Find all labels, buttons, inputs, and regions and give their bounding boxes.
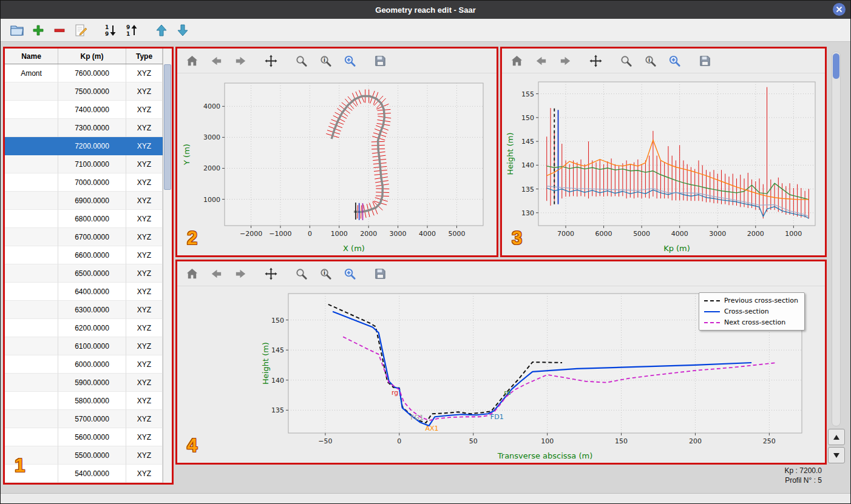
cell-name: [5, 410, 58, 428]
cell-kp: 7600.0000: [58, 64, 126, 82]
vertical-scrollbar[interactable]: [832, 52, 841, 426]
svg-text:2000: 2000: [360, 230, 377, 238]
cross-section-plot[interactable]: Previous cross-section Cross-section Nex…: [177, 286, 825, 466]
cell-kp: 7400.0000: [58, 101, 126, 119]
table-row[interactable]: 7100.0000XYZ: [5, 155, 172, 173]
svg-text:150: 150: [615, 437, 628, 445]
svg-text:9: 9: [105, 31, 109, 37]
cell-kp: 6600.0000: [58, 246, 126, 264]
svg-text:5000: 5000: [633, 230, 650, 238]
profile-up-button[interactable]: [828, 429, 845, 445]
table-header: Name Kp (m) Type: [5, 49, 172, 64]
table-row[interactable]: 5400.0000XYZ: [5, 465, 172, 483]
app-toolbar: 1991: [1, 19, 850, 42]
svg-text:2000: 2000: [203, 164, 220, 172]
longitudinal-profile-plot[interactable]: 7000600050004000300020001000130135140145…: [502, 73, 825, 258]
table-row[interactable]: 6900.0000XYZ: [5, 192, 172, 210]
pan-icon[interactable]: [262, 52, 279, 69]
table-row[interactable]: 7400.0000XYZ: [5, 101, 172, 119]
table-row[interactable]: 6400.0000XYZ: [5, 283, 172, 301]
zoom-box-icon[interactable]: [341, 265, 358, 282]
zoom-box-icon[interactable]: [666, 52, 683, 69]
table-row[interactable]: 5900.0000XYZ: [5, 374, 172, 392]
table-row[interactable]: 7200.0000XYZ: [5, 137, 172, 155]
table-row[interactable]: Amont7600.0000XYZ: [5, 64, 172, 82]
table-scrollbar[interactable]: [163, 49, 172, 483]
longitudinal-plot-toolbar: i: [502, 49, 825, 73]
zoom-icon[interactable]: [617, 52, 634, 69]
cell-name: [5, 210, 58, 228]
save-icon[interactable]: [371, 265, 388, 282]
table-row[interactable]: 6300.0000XYZ: [5, 301, 172, 319]
table-row[interactable]: 7300.0000XYZ: [5, 119, 172, 137]
edit-icon[interactable]: [73, 22, 89, 38]
home-icon[interactable]: [183, 265, 200, 282]
profiles-table-panel: Name Kp (m) Type Amont7600.0000XYZ7500.0…: [3, 47, 174, 485]
profile-down-button[interactable]: [828, 447, 845, 463]
table-row[interactable]: 5500.0000XYZ: [5, 446, 172, 465]
table-row[interactable]: 5700.0000XYZ: [5, 410, 172, 428]
back-icon[interactable]: [532, 52, 549, 69]
table-row[interactable]: 6100.0000XYZ: [5, 337, 172, 355]
column-header-name[interactable]: Name: [5, 49, 58, 64]
pan-icon[interactable]: [262, 265, 279, 282]
home-icon[interactable]: [508, 52, 525, 69]
svg-text:X (m): X (m): [343, 244, 365, 253]
legend-line-sample: [704, 322, 720, 323]
svg-text:rg: rg: [392, 389, 398, 397]
svg-text:2000: 2000: [747, 230, 764, 238]
longitudinal-chart-canvas: 7000600050004000300020001000130135140145…: [502, 73, 825, 256]
home-icon[interactable]: [183, 52, 200, 69]
back-icon[interactable]: [208, 265, 225, 282]
table-row[interactable]: 7000.0000XYZ: [5, 173, 172, 192]
svg-text:3000: 3000: [390, 230, 407, 238]
table-row[interactable]: 6700.0000XYZ: [5, 228, 172, 246]
table-row[interactable]: 5800.0000XYZ: [5, 392, 172, 410]
svg-text:200: 200: [689, 437, 702, 445]
zoom-info-icon[interactable]: i: [642, 52, 659, 69]
forward-icon[interactable]: [557, 52, 574, 69]
table-row[interactable]: 6200.0000XYZ: [5, 319, 172, 337]
zoom-info-icon[interactable]: i: [317, 265, 334, 282]
remove-icon[interactable]: [52, 22, 67, 38]
table-row[interactable]: 6600.0000XYZ: [5, 246, 172, 264]
save-icon[interactable]: [371, 52, 388, 69]
cell-kp: 6200.0000: [58, 319, 126, 337]
move-down-icon[interactable]: [175, 22, 191, 38]
cell-name: [5, 119, 58, 137]
table-row[interactable]: 7500.0000XYZ: [5, 82, 172, 101]
table-row[interactable]: 6800.0000XYZ: [5, 210, 172, 228]
sort-ascending-icon[interactable]: 19: [103, 22, 118, 38]
cell-kp: 6100.0000: [58, 337, 126, 355]
move-up-icon[interactable]: [154, 22, 169, 38]
cell-kp: 6300.0000: [58, 301, 126, 319]
sort-descending-icon[interactable]: 91: [124, 22, 140, 38]
table-row[interactable]: 6500.0000XYZ: [5, 264, 172, 283]
column-header-kp[interactable]: Kp (m): [58, 49, 126, 64]
forward-icon[interactable]: [232, 265, 249, 282]
forward-icon[interactable]: [232, 52, 249, 69]
open-icon[interactable]: [9, 22, 25, 38]
pan-icon[interactable]: [587, 52, 604, 69]
save-icon[interactable]: [696, 52, 713, 69]
close-icon: [836, 6, 843, 13]
svg-text:6000: 6000: [595, 230, 612, 238]
zoom-icon[interactable]: [293, 52, 310, 69]
table-row[interactable]: 5600.0000XYZ: [5, 428, 172, 446]
table-row[interactable]: 6000.0000XYZ: [5, 355, 172, 374]
zoom-info-icon[interactable]: i: [317, 52, 334, 69]
svg-text:155: 155: [521, 90, 534, 98]
add-icon[interactable]: [30, 22, 46, 38]
plan-view-plot[interactable]: −2000−1000010002000300040005000100020003…: [177, 73, 497, 258]
cross-section-legend: Previous cross-section Cross-section Nex…: [699, 292, 805, 331]
table-scrollbar-thumb[interactable]: [164, 64, 171, 190]
zoom-icon[interactable]: [293, 265, 310, 282]
cell-type: XYZ: [126, 155, 163, 173]
cell-kp: 7500.0000: [58, 82, 126, 101]
back-icon[interactable]: [208, 52, 225, 69]
zoom-box-icon[interactable]: [341, 52, 358, 69]
longitudinal-profile-panel: i 70006000500040003000200010001301351401…: [500, 47, 827, 257]
vertical-scrollbar-thumb[interactable]: [833, 53, 839, 79]
column-header-type[interactable]: Type: [126, 49, 163, 64]
close-button[interactable]: [833, 3, 846, 16]
